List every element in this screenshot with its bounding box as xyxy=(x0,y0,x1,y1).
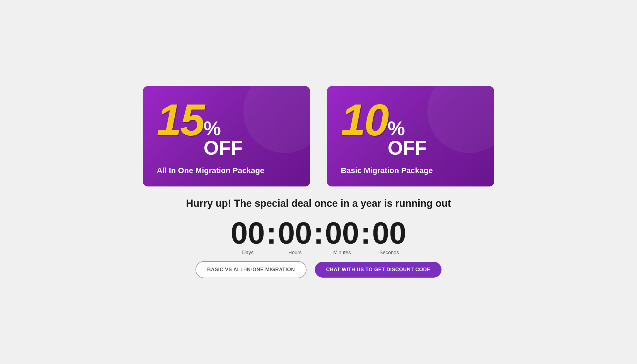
urgency-section: Hurry up! The special deal once in a yea… xyxy=(140,198,497,278)
countdown-minutes-value: 00 xyxy=(325,218,359,248)
discount-percent-off-15: % OFF xyxy=(204,119,243,158)
buttons-row: BASIC VS ALL-IN-ONE MIGRATION CHAT WITH … xyxy=(140,261,497,278)
countdown-separator-2: : xyxy=(312,218,325,248)
main-container: 15 % OFF All In One Migration Package 10… xyxy=(123,75,514,289)
countdown-seconds: 00 Seconds xyxy=(372,218,406,256)
countdown-days: 00 Days xyxy=(231,218,265,256)
off-text-10: OFF xyxy=(388,138,427,158)
countdown-seconds-label: Seconds xyxy=(379,250,399,256)
countdown-minutes: 00 Minutes xyxy=(325,218,359,256)
discount-amount-15: 15 % OFF xyxy=(157,98,243,158)
percent-sign-10: % xyxy=(388,119,405,138)
percent-sign-15: % xyxy=(204,119,221,138)
discount-number-15: 15 xyxy=(157,98,204,142)
chat-discount-button[interactable]: CHAT WITH US TO GET DISCOUNT CODE xyxy=(315,262,441,278)
discount-card-15: 15 % OFF All In One Migration Package xyxy=(143,86,310,186)
compare-button[interactable]: BASIC VS ALL-IN-ONE MIGRATION xyxy=(196,261,307,278)
countdown-container: 00 Days : 00 Hours : 00 Minutes : 00 Sec… xyxy=(140,218,497,256)
countdown-separator-1: : xyxy=(265,218,278,248)
countdown-separator-3: : xyxy=(359,218,372,248)
countdown-days-value: 00 xyxy=(231,218,265,248)
countdown-seconds-value: 00 xyxy=(372,218,406,248)
countdown-minutes-label: Minutes xyxy=(333,250,351,256)
countdown-days-label: Days xyxy=(242,250,254,256)
countdown-hours-label: Hours xyxy=(288,250,301,256)
cards-row: 15 % OFF All In One Migration Package 10… xyxy=(140,86,497,186)
urgency-title: Hurry up! The special deal once in a yea… xyxy=(140,198,497,209)
package-name-10: Basic Migration Package xyxy=(341,166,433,175)
discount-number-10: 10 xyxy=(341,98,388,142)
discount-amount-10: 10 % OFF xyxy=(341,98,427,158)
off-text-15: OFF xyxy=(204,138,243,158)
discount-card-10: 10 % OFF Basic Migration Package xyxy=(327,86,494,186)
discount-percent-off-10: % OFF xyxy=(388,119,427,158)
countdown-hours: 00 Hours xyxy=(278,218,312,256)
countdown-hours-value: 00 xyxy=(278,218,312,248)
package-name-15: All In One Migration Package xyxy=(157,166,264,175)
